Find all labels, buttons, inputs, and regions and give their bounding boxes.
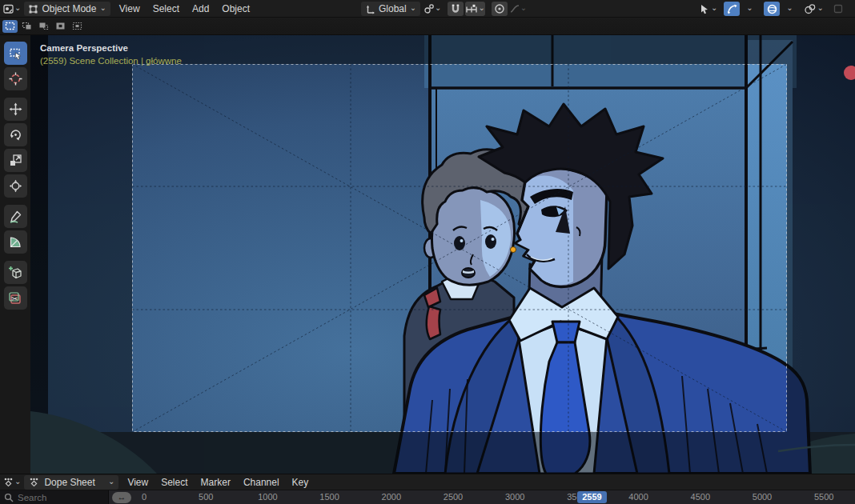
- chevron-down-icon: [14, 3, 21, 14]
- chevron-down-icon: [478, 3, 484, 14]
- scale-icon: [9, 154, 22, 167]
- dope-menu-select[interactable]: Select: [155, 475, 194, 490]
- falloff-curve-icon: [509, 3, 520, 14]
- editor-type-button[interactable]: [2, 2, 21, 16]
- ruler-tick: 5000: [753, 492, 772, 502]
- ruler-tick: 500: [199, 492, 213, 502]
- current-frame-badge[interactable]: 2559: [577, 491, 607, 503]
- select-mode-set-button[interactable]: [2, 20, 18, 33]
- proportional-falloff-dropdown[interactable]: [509, 2, 527, 16]
- menu-add[interactable]: Add: [186, 1, 215, 17]
- dope-menu-key[interactable]: Key: [286, 475, 315, 490]
- object-origin-dot[interactable]: [511, 247, 516, 253]
- proportional-editing-button[interactable]: [492, 2, 508, 16]
- chevron-down-icon: [14, 477, 21, 488]
- dope-sheet-header: Dope Sheet View Select Marker Channel Ke…: [0, 474, 855, 490]
- chevron-down-icon: [711, 3, 717, 14]
- tool-scale[interactable]: [4, 149, 27, 172]
- chevron-down-icon: [99, 3, 106, 14]
- chevron-down-icon: [435, 3, 441, 14]
- viewport-3d[interactable]: Camera Perspective (2559) Scene Collecti…: [0, 35, 855, 474]
- gizmo-icon: [726, 3, 738, 15]
- viewport-view-label: Camera Perspective: [40, 43, 128, 53]
- editor-3d-viewport-icon: [2, 3, 14, 15]
- select-extend-icon: [22, 22, 32, 30]
- dope-sheet-mode-dropdown[interactable]: Dope Sheet: [24, 475, 118, 490]
- select-invert-icon: [55, 22, 66, 30]
- ruler-tick: 0: [142, 492, 147, 502]
- menu-object[interactable]: Object: [215, 1, 256, 17]
- svg-text:✂: ✂: [11, 294, 18, 303]
- select-set-icon: [5, 22, 15, 30]
- pivot-point-icon: [423, 3, 435, 14]
- select-box-icon: [9, 47, 22, 60]
- move-icon: [9, 102, 22, 116]
- snap-increment-icon: [465, 4, 478, 14]
- tool-select-box[interactable]: [4, 42, 27, 65]
- orientation-axes-icon: [365, 4, 375, 14]
- ruler-tick: 2000: [382, 492, 401, 502]
- select-mode-extend-button[interactable]: [19, 20, 34, 33]
- tool-cursor[interactable]: [4, 67, 27, 90]
- render-preview-icon: [833, 3, 844, 14]
- select-intersect-icon: [72, 22, 82, 30]
- resize-handle-icon[interactable]: ↔: [112, 492, 131, 503]
- ruler-tick: 2500: [444, 492, 463, 502]
- pivot-point-dropdown[interactable]: [423, 2, 441, 16]
- rotate-icon: [9, 128, 22, 142]
- measure-protractor-icon: [9, 235, 22, 249]
- tool-rotate[interactable]: [4, 123, 27, 146]
- select-mode-subtract-button[interactable]: [36, 20, 51, 33]
- dope-menu-view[interactable]: View: [121, 475, 155, 490]
- xray-toggle[interactable]: [804, 2, 823, 16]
- menu-view[interactable]: View: [113, 1, 147, 17]
- object-mode-icon: [28, 4, 38, 14]
- channel-search-box[interactable]: [0, 490, 109, 504]
- ruler-tick: 4000: [628, 492, 648, 502]
- ruler-tick: 1000: [258, 492, 277, 502]
- cursor-3d-icon: [9, 72, 22, 86]
- transform-orientation-dropdown[interactable]: Global: [361, 2, 420, 16]
- select-mode-invert-button[interactable]: [53, 20, 68, 33]
- dope-menu-marker[interactable]: Marker: [195, 475, 237, 490]
- tool-add-cube[interactable]: [4, 261, 27, 284]
- viewport-canvas[interactable]: [30, 35, 855, 474]
- search-input[interactable]: [18, 493, 98, 502]
- snap-toggle-button[interactable]: [448, 2, 464, 16]
- show-gizmos-toggle[interactable]: [724, 2, 740, 16]
- select-subtract-icon: [38, 22, 49, 30]
- chevron-down-icon: [108, 477, 114, 488]
- snap-target-dropdown[interactable]: [465, 2, 484, 16]
- mode-label: Object Mode: [42, 3, 96, 14]
- viewport-toolbar: ✂: [0, 35, 30, 474]
- tool-transform[interactable]: [4, 174, 27, 198]
- overlays-dropdown[interactable]: [781, 2, 797, 16]
- gizmos-dropdown[interactable]: [741, 2, 757, 16]
- dope-menu-channel[interactable]: Channel: [237, 475, 286, 490]
- annotate-pencil-icon: [9, 210, 22, 223]
- dope-sheet-mode-label: Dope Sheet: [44, 477, 94, 488]
- tool-move[interactable]: [4, 98, 27, 121]
- menu-select[interactable]: Select: [147, 1, 186, 17]
- orientation-label: Global: [379, 3, 407, 14]
- ruler-tick: 1500: [319, 492, 339, 502]
- dope-sheet-icon: [2, 477, 14, 488]
- chevron-down-icon: [746, 3, 753, 14]
- select-mode-intersect-button[interactable]: [70, 20, 85, 33]
- transform-icon: [9, 179, 22, 193]
- xray-icon: [804, 3, 817, 15]
- frame-ruler[interactable]: 0500100015002000250030003500400045005000…: [131, 490, 855, 504]
- tool-cut[interactable]: ✂: [4, 286, 27, 310]
- timeline-row: ↔ 05001000150020002500300035004000450050…: [0, 490, 855, 504]
- chevron-down-icon: [786, 3, 793, 14]
- magnet-icon: [450, 3, 461, 14]
- overlays-icon: [766, 3, 778, 15]
- tool-annotate[interactable]: [4, 205, 27, 228]
- show-overlays-toggle[interactable]: [764, 2, 780, 16]
- add-cube-icon: [8, 266, 22, 279]
- object-visibility-dropdown[interactable]: [699, 2, 717, 16]
- mode-dropdown[interactable]: Object Mode: [24, 2, 110, 16]
- tool-measure[interactable]: [4, 230, 27, 254]
- render-preview-button[interactable]: [830, 2, 846, 16]
- timeline-editor-type-button[interactable]: [2, 475, 21, 490]
